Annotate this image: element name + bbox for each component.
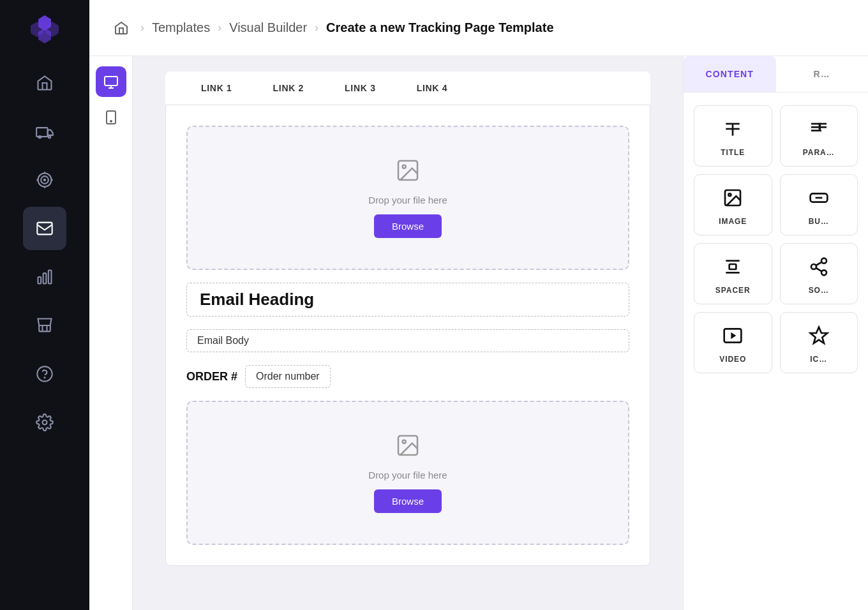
- svg-line-49: [816, 262, 821, 265]
- order-label: ORDER #: [186, 370, 237, 383]
- svg-point-9: [44, 179, 45, 181]
- content-item-paragraph[interactable]: PARA…: [780, 105, 858, 167]
- content-item-title-label: TITLE: [721, 148, 745, 157]
- content-item-button[interactable]: BU…: [780, 174, 858, 235]
- drop-zone-1-text: Drop your file here: [368, 195, 447, 205]
- content-item-image-label: IMAGE: [719, 217, 747, 226]
- browse-button-1[interactable]: Browse: [374, 214, 442, 238]
- image-upload-icon: [395, 158, 421, 186]
- svg-rect-23: [105, 77, 117, 86]
- svg-point-20: [37, 366, 52, 381]
- svg-point-8: [41, 176, 49, 184]
- canvas-area: LINK 1 LINK 2 LINK 3 LINK 4: [133, 56, 683, 610]
- svg-rect-14: [37, 223, 52, 235]
- nav-link-3[interactable]: LINK 3: [324, 71, 396, 105]
- paragraph-icon: [809, 119, 829, 142]
- svg-point-47: [821, 270, 827, 275]
- order-row: ORDER # Order number: [186, 365, 629, 388]
- svg-line-48: [816, 268, 821, 271]
- nav-link-1[interactable]: LINK 1: [181, 71, 253, 105]
- content-item-video-label: VIDEO: [719, 355, 746, 364]
- sidebar-item-support[interactable]: [23, 352, 66, 396]
- svg-point-27: [110, 121, 112, 122]
- content-item-icon[interactable]: IC…: [780, 312, 858, 373]
- content-item-icon-label: IC…: [810, 355, 827, 364]
- tab-rows[interactable]: R…: [776, 56, 869, 92]
- svg-rect-16: [43, 273, 47, 283]
- mobile-view-button[interactable]: [96, 102, 126, 133]
- content-item-paragraph-label: PARA…: [803, 148, 835, 157]
- content-item-image[interactable]: IMAGE: [694, 174, 772, 235]
- svg-point-45: [821, 258, 827, 264]
- image-drop-zone-1[interactable]: Drop your file here Browse: [186, 126, 629, 270]
- panel-content: TITLE PARA…: [684, 93, 868, 610]
- canvas-wrapper: Drop your file here Browse Email Heading…: [165, 105, 650, 566]
- tab-content[interactable]: CONTENT: [684, 56, 776, 92]
- svg-point-7: [38, 174, 52, 187]
- breadcrumb-current: Create a new Tracking Page Template: [326, 20, 553, 35]
- sidebar-item-analytics[interactable]: [23, 255, 66, 299]
- icon-block-icon: [809, 325, 829, 348]
- spacer-icon: [722, 257, 743, 279]
- svg-point-46: [811, 264, 816, 269]
- svg-rect-43: [730, 264, 737, 269]
- content-item-button-label: BU…: [809, 217, 829, 226]
- content-item-spacer[interactable]: SPACER: [694, 243, 772, 304]
- nav-link-2[interactable]: LINK 2: [253, 71, 325, 105]
- svg-point-31: [403, 440, 406, 443]
- sidebar-item-delivery[interactable]: [23, 110, 66, 153]
- title-icon: [722, 119, 743, 142]
- sidebar: [0, 0, 89, 610]
- svg-marker-51: [731, 332, 737, 339]
- content-item-spacer-label: SPACER: [715, 286, 751, 295]
- sidebar-item-store[interactable]: [23, 304, 66, 347]
- right-panel: CONTENT R… TITLE: [683, 56, 868, 610]
- breadcrumb-sep-1: ›: [140, 21, 144, 34]
- browse-button-2[interactable]: Browse: [374, 489, 442, 513]
- breadcrumb-bar: › Templates › Visual Builder › Create a …: [89, 0, 868, 56]
- svg-rect-15: [38, 277, 41, 284]
- content-item-social-label: SO…: [809, 286, 829, 295]
- social-icon: [809, 257, 829, 279]
- sidebar-item-targets[interactable]: [23, 158, 66, 202]
- breadcrumb-home[interactable]: [110, 17, 133, 40]
- panel-tabs: CONTENT R…: [684, 56, 868, 93]
- image-upload-icon-2: [395, 433, 421, 461]
- breadcrumb-visual-builder[interactable]: Visual Builder: [229, 20, 307, 35]
- breadcrumb-sep-2: ›: [218, 21, 221, 34]
- main-content: › Templates › Visual Builder › Create a …: [89, 0, 868, 610]
- svg-point-6: [49, 136, 51, 138]
- email-body-block[interactable]: Email Body: [186, 329, 629, 352]
- email-heading-block[interactable]: Email Heading: [186, 283, 629, 316]
- app-logo[interactable]: [28, 13, 61, 46]
- svg-point-21: [44, 377, 45, 378]
- content-item-title[interactable]: TITLE: [694, 105, 772, 167]
- content-items-grid: TITLE PARA…: [694, 105, 858, 373]
- video-icon: [722, 325, 743, 348]
- drop-zone-2-text: Drop your file here: [368, 470, 447, 480]
- svg-point-39: [729, 193, 731, 196]
- button-icon: [809, 188, 829, 211]
- content-area: LINK 1 LINK 2 LINK 3 LINK 4: [89, 56, 868, 610]
- nav-links-bar: LINK 1 LINK 2 LINK 3 LINK 4: [165, 71, 650, 105]
- svg-rect-17: [49, 271, 52, 284]
- svg-point-29: [403, 165, 406, 168]
- svg-rect-4: [36, 128, 47, 137]
- order-number-block[interactable]: Order number: [245, 365, 331, 388]
- nav-link-4[interactable]: LINK 4: [396, 71, 468, 105]
- sidebar-item-email[interactable]: [23, 207, 66, 250]
- image-icon: [722, 188, 743, 211]
- breadcrumb-templates[interactable]: Templates: [152, 20, 210, 35]
- image-drop-zone-2[interactable]: Drop your file here Browse: [186, 401, 629, 545]
- content-item-video[interactable]: VIDEO: [694, 312, 772, 373]
- content-item-social[interactable]: SO…: [780, 243, 858, 304]
- sidebar-item-home[interactable]: [23, 61, 66, 105]
- svg-point-22: [43, 420, 47, 425]
- view-toolbar: [89, 56, 133, 610]
- breadcrumb-sep-3: ›: [315, 21, 318, 34]
- desktop-view-button[interactable]: [96, 66, 126, 97]
- svg-marker-52: [810, 327, 827, 343]
- sidebar-item-settings[interactable]: [23, 401, 66, 444]
